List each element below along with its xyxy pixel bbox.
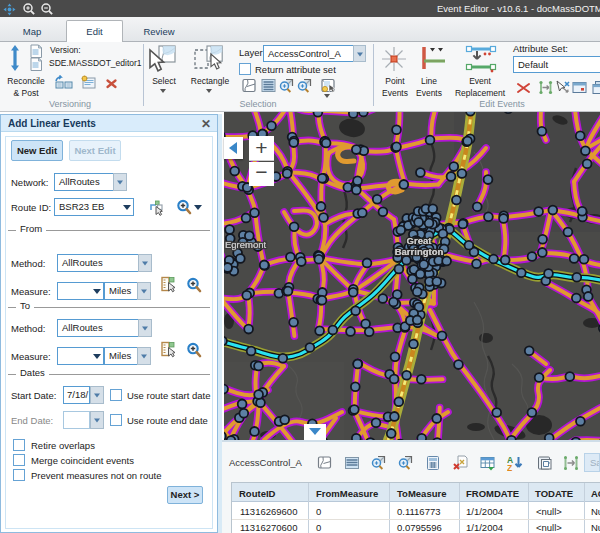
- svg-text:Great: Great: [407, 235, 433, 246]
- svg-text:Egremont: Egremont: [225, 239, 267, 250]
- svg-text:Z: Z: [507, 463, 512, 472]
- svg-text:Barrington: Barrington: [395, 246, 444, 257]
